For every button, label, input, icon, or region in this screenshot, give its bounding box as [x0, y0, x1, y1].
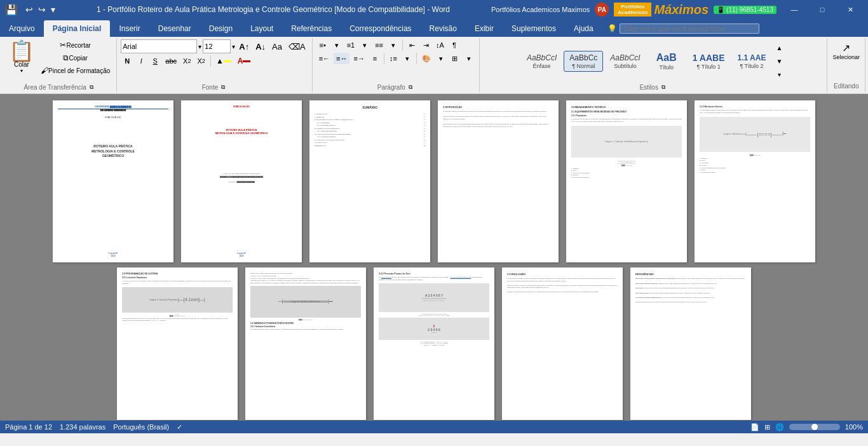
italic-button[interactable]: I: [135, 55, 147, 67]
multilevel-list-dropdown[interactable]: ▾: [387, 39, 400, 51]
font-expand-icon[interactable]: ⧉: [219, 83, 227, 91]
style-enfase[interactable]: AaBbCcI Ênfase: [521, 51, 562, 72]
tab-design[interactable]: Design: [200, 20, 241, 37]
style-subtitulo[interactable]: AaBbCcI Subtítulo: [604, 51, 646, 72]
line-spacing-button[interactable]: ↕≡: [387, 53, 400, 64]
borders-button[interactable]: ⊞: [449, 53, 461, 64]
show-marks-button[interactable]: ¶: [448, 39, 461, 51]
page-1[interactable]: UNIVERSIDADE ████████████████ ███ ██████…: [53, 100, 173, 262]
minimize-button[interactable]: —: [782, 0, 807, 19]
styles-expand-icon[interactable]: ⧉: [660, 83, 667, 91]
borders-dropdown[interactable]: ▾: [463, 53, 475, 64]
page-6[interactable]: 3.1.2 Micrômetro Externo O Micrômetro Ex…: [695, 100, 815, 262]
styles-scroll-up[interactable]: ▲: [773, 43, 785, 54]
decrease-indent-button[interactable]: ⇤: [405, 39, 418, 51]
clipboard-expand-icon[interactable]: ⧉: [88, 83, 95, 91]
shading-button[interactable]: 🎨: [419, 53, 433, 64]
page-11[interactable]: REFERÊNCIAS Metrologia Instrumentos e Eq…: [630, 267, 751, 420]
tab-pagina-inicial[interactable]: Página Inicial: [44, 20, 111, 37]
copy-button[interactable]: ⧉ Copiar: [38, 52, 112, 64]
sort-button[interactable]: ↕A: [433, 39, 447, 51]
cut-button[interactable]: ✂ Recortar: [38, 39, 112, 51]
font-size-increase-button[interactable]: A↑: [236, 41, 252, 53]
font-size-input[interactable]: 12: [203, 39, 231, 53]
print-layout-button[interactable]: ⊞: [764, 423, 770, 431]
paragraph-expand-icon[interactable]: ⧉: [407, 83, 414, 91]
page-5[interactable]: 3 EMBASAMENTO TEÓRICO 3.1 EQUIPAMENTOS P…: [566, 100, 687, 262]
whatsapp-contact[interactable]: 📱 (11) 96851-4513: [714, 6, 776, 14]
superscript-button[interactable]: X2: [194, 55, 207, 67]
paste-dropdown-icon[interactable]: ▾: [20, 68, 23, 74]
page-9[interactable]: 3.3.2 Precisão Pontos do Erro Os pontos …: [374, 267, 494, 420]
tab-arquivo[interactable]: Arquivo: [0, 20, 44, 37]
zoom-thumb[interactable]: [811, 424, 818, 430]
align-left-button[interactable]: ≡←: [316, 53, 332, 64]
undo-button[interactable]: ↩: [25, 4, 33, 15]
shading-dropdown[interactable]: ▾: [435, 53, 447, 64]
tab-desenhar[interactable]: Desenhar: [149, 20, 200, 37]
web-layout-button[interactable]: 🌐: [775, 423, 784, 431]
align-center-button[interactable]: ≡↔: [334, 53, 349, 64]
tab-layout[interactable]: Layout: [241, 20, 282, 37]
save-button[interactable]: ▾: [51, 4, 55, 15]
spell-check-icon[interactable]: ✓: [177, 423, 182, 431]
select-button[interactable]: ↗ Selecionar: [830, 41, 862, 62]
tab-suplementos[interactable]: Suplementos: [503, 20, 565, 37]
font-size-dropdown[interactable]: ▾: [232, 43, 235, 50]
bold-button[interactable]: N: [121, 55, 133, 67]
increase-indent-button[interactable]: ⇥: [419, 39, 432, 51]
cut-label: Recortar: [66, 42, 90, 49]
read-mode-button[interactable]: 📄: [750, 423, 759, 431]
user-avatar[interactable]: PA: [595, 3, 609, 17]
style-normal[interactable]: AaBbCc ¶ Normal: [564, 51, 603, 72]
font-size-decrease-button[interactable]: A↓: [253, 41, 268, 53]
style-titulo[interactable]: AaB Título: [648, 50, 686, 73]
page-7[interactable]: 3.2 PROGRAMAÇÃO DE LEITURA 3.2.1 Leitura…: [117, 267, 238, 420]
tab-inserir[interactable]: Inserir: [110, 20, 149, 37]
redo-button[interactable]: ↪: [38, 4, 46, 15]
page-2[interactable]: NOME DO ALUNO ROTEIRO AULA PRÁTICA METRO…: [181, 100, 302, 262]
tab-referencias[interactable]: Referências: [282, 20, 341, 37]
zoom-bar[interactable]: [789, 424, 840, 430]
numbered-list-dropdown[interactable]: ▾: [358, 39, 371, 51]
search-input[interactable]: [620, 24, 759, 34]
page-8[interactable]: Deste modo, neste relatorial estimado da…: [245, 267, 366, 420]
font-color-button[interactable]: A: [235, 55, 254, 67]
change-case-button[interactable]: Aa: [269, 41, 285, 53]
line-spacing-dropdown[interactable]: ▾: [401, 53, 414, 64]
tab-revisao[interactable]: Revisão: [421, 20, 466, 37]
title-bar-right: Portfólios Academicos Maximos PA Portfól…: [491, 0, 863, 19]
tab-exibir[interactable]: Exibir: [466, 20, 503, 37]
font-name-dropdown[interactable]: ▾: [198, 43, 201, 50]
tab-correspondencias[interactable]: Correspondências: [341, 20, 420, 37]
paragraph-group-bottom: Parágrafo ⧉: [377, 83, 414, 91]
page-10[interactable]: 3 CONCLUSÃO A elaboração do roteiro de a…: [502, 267, 623, 420]
format-painter-button[interactable]: 🖌 Pincel de Formatação: [38, 65, 112, 76]
tab-ajuda[interactable]: Ajuda: [565, 20, 602, 37]
numbered-list-button[interactable]: ≡1: [344, 39, 358, 51]
language: Português (Brasil): [113, 423, 169, 431]
styles-more-button[interactable]: ▾: [773, 69, 785, 81]
bullet-list-button[interactable]: ≡•: [316, 39, 329, 51]
page-3[interactable]: SUMÁRIO 1. INTRODUÇÃO...1 2. OBJETIVO...…: [309, 100, 430, 262]
close-button[interactable]: ✕: [837, 0, 863, 19]
align-right-button[interactable]: ≡→: [351, 53, 367, 64]
multilevel-list-button[interactable]: ≡≡: [372, 39, 386, 51]
page-4[interactable]: 1 INTRODUÇÃO O presente relatório foi el…: [438, 100, 559, 262]
strikethrough-button[interactable]: abc: [163, 55, 179, 67]
maximize-button[interactable]: □: [810, 0, 835, 19]
bullet-list-dropdown[interactable]: ▾: [330, 39, 343, 51]
word-icon: 💾: [5, 4, 18, 16]
style-titulo2[interactable]: 1.1 AAE ¶ Título 2: [732, 51, 772, 72]
subscript-button[interactable]: X2: [180, 55, 193, 67]
underline-button[interactable]: S: [149, 55, 161, 67]
font-name-input[interactable]: Arial: [121, 39, 197, 53]
copy-label: Copiar: [69, 55, 87, 62]
style-titulo1[interactable]: 1 AABE ¶ Título 1: [687, 50, 731, 72]
text-highlight-button[interactable]: ▲: [214, 55, 234, 67]
styles-scroll-down[interactable]: ▼: [773, 56, 785, 67]
justify-button[interactable]: ≡: [369, 53, 381, 64]
para-sep3: [416, 53, 417, 64]
clear-formatting-button[interactable]: ⌫A: [286, 41, 308, 53]
paste-button[interactable]: 📋 Colar ▾: [6, 39, 37, 75]
